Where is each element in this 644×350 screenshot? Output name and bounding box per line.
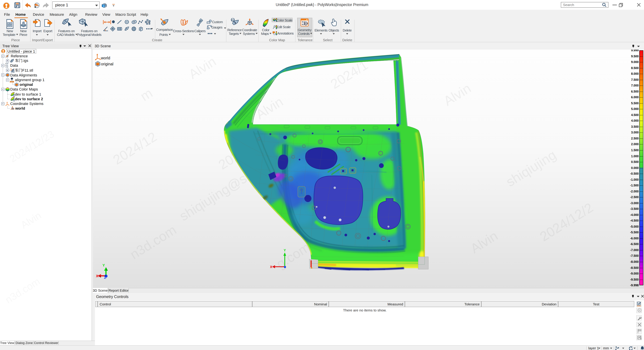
svg-text:Y: Y [284, 248, 286, 252]
svg-text:i: i [103, 4, 104, 7]
svg-text:Y: Y [102, 264, 105, 267]
svg-text:Z: Z [104, 275, 106, 280]
svg-text:X: X [270, 265, 272, 269]
svg-text:X: X [96, 274, 98, 278]
svg-text:A1: A1 [231, 18, 234, 21]
